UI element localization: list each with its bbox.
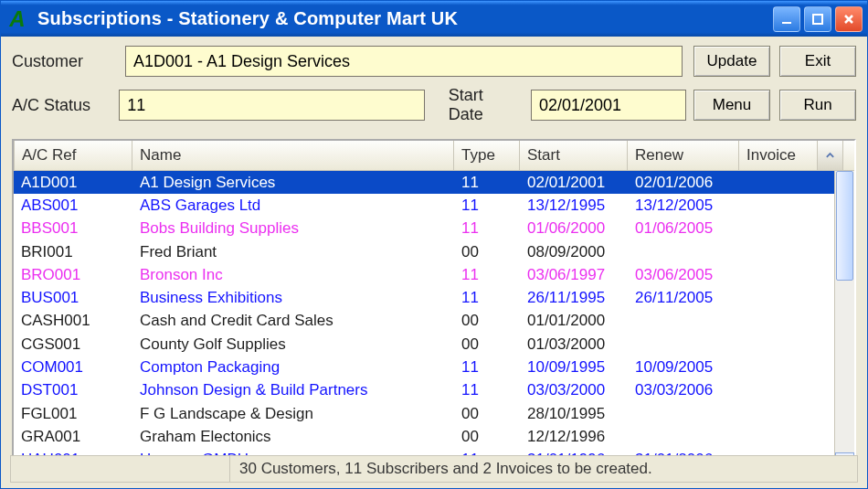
table-row[interactable]: ABS001ABS Garages Ltd1113/12/199513/12/2… <box>14 194 834 217</box>
cell-start: 03/06/1997 <box>520 266 628 284</box>
cell-name: Fred Briant <box>132 243 454 261</box>
table-row[interactable]: COM001Compton Packaging1110/09/199510/09… <box>14 356 834 378</box>
customer-label: Customer <box>12 52 118 71</box>
table-row[interactable]: BUS001Business Exhibitions1126/11/199526… <box>14 286 834 309</box>
grid-header: A/C Ref Name Type Start Renew Invoice <box>14 141 854 171</box>
col-header-renew[interactable]: Renew <box>628 141 739 170</box>
svg-rect-0 <box>782 22 791 24</box>
cell-type: 00 <box>454 243 520 261</box>
cell-ac: BRO001 <box>14 266 132 284</box>
table-row[interactable]: A1D001A1 Design Services1102/01/200102/0… <box>14 171 834 194</box>
cell-name: F G Landscape & Design <box>132 405 454 423</box>
table-row[interactable]: CASH001Cash and Credit Card Sales0001/01… <box>14 310 834 333</box>
grid-rows: A1D001A1 Design Services1102/01/200102/0… <box>14 171 834 473</box>
statusbar-left-pane <box>10 455 229 483</box>
cell-renew: 02/01/2006 <box>628 174 739 192</box>
cell-ac: FGL001 <box>14 405 132 423</box>
cell-ac: CASH001 <box>14 312 132 330</box>
cell-type: 00 <box>454 405 520 423</box>
cell-name: Johnson Design & Build Partners <box>132 381 454 399</box>
cell-ac: CGS001 <box>14 335 132 354</box>
exit-button[interactable]: Exit <box>779 46 856 77</box>
cell-start: 02/01/2001 <box>520 174 628 192</box>
cell-ac: BUS001 <box>14 289 132 307</box>
cell-renew: 03/06/2005 <box>628 266 739 284</box>
cell-name: ABS Garages Ltd <box>132 197 454 215</box>
cell-start: 08/09/2000 <box>520 243 628 261</box>
cell-type: 11 <box>454 266 520 284</box>
window-title: Subscriptions - Stationery & Computer Ma… <box>37 8 773 29</box>
cell-renew: 10/09/2005 <box>628 358 739 377</box>
cell-name: A1 Design Services <box>132 174 454 192</box>
update-button[interactable]: Update <box>693 46 770 77</box>
cell-name: Graham Electonics <box>132 428 454 446</box>
cell-start: 28/10/1995 <box>520 405 628 423</box>
app-icon: A <box>6 8 28 30</box>
cell-start: 13/12/1995 <box>520 197 628 215</box>
cell-start: 01/03/2000 <box>520 335 628 354</box>
cell-renew: 13/12/2005 <box>628 197 739 215</box>
cell-start: 03/03/2000 <box>520 381 628 399</box>
col-header-invoice[interactable]: Invoice <box>739 141 818 170</box>
cell-ac: DST001 <box>14 381 132 399</box>
cell-type: 11 <box>454 219 520 238</box>
cell-type: 11 <box>454 289 520 307</box>
cell-name: Bobs Building Supplies <box>132 219 454 238</box>
subscriptions-window: A Subscriptions - Stationery & Computer … <box>0 0 868 489</box>
ac-status-input[interactable] <box>119 90 424 121</box>
table-row[interactable]: BRO001Bronson Inc1103/06/199703/06/2005 <box>14 263 834 286</box>
col-header-ac-ref[interactable]: A/C Ref <box>14 141 132 170</box>
col-header-start[interactable]: Start <box>520 141 628 170</box>
cell-start: 01/06/2000 <box>520 219 628 238</box>
customer-input[interactable] <box>125 46 683 77</box>
col-header-type[interactable]: Type <box>454 141 520 170</box>
cell-start: 01/01/2000 <box>520 312 628 330</box>
window-controls <box>773 6 863 32</box>
cell-renew: 03/03/2006 <box>628 381 739 399</box>
cell-start: 10/09/1995 <box>520 358 628 377</box>
titlebar[interactable]: A Subscriptions - Stationery & Computer … <box>1 1 867 37</box>
cell-renew: 01/06/2005 <box>628 219 739 238</box>
maximize-button[interactable] <box>804 6 831 32</box>
cell-type: 00 <box>454 312 520 330</box>
close-button[interactable] <box>835 6 863 32</box>
cell-ac: GRA001 <box>14 428 132 446</box>
vertical-scrollbar[interactable] <box>834 171 854 473</box>
col-header-name[interactable]: Name <box>132 141 454 170</box>
svg-rect-1 <box>813 15 822 24</box>
cell-ac: ABS001 <box>14 197 132 215</box>
cell-type: 00 <box>454 428 520 446</box>
table-row[interactable]: FGL001F G Landscape & Design0028/10/1995 <box>14 402 834 425</box>
cell-name: County Golf Supplies <box>132 335 454 354</box>
cell-name: Bronson Inc <box>132 266 454 284</box>
table-row[interactable]: DST001Johnson Design & Build Partners110… <box>14 379 834 402</box>
cell-type: 11 <box>454 381 520 399</box>
minimize-button[interactable] <box>773 6 800 32</box>
scrollbar-header-spacer <box>818 141 843 170</box>
cell-type: 11 <box>454 358 520 377</box>
ac-status-label: A/C Status <box>12 96 111 115</box>
scrollbar-track[interactable] <box>835 171 854 452</box>
run-button[interactable]: Run <box>779 90 856 121</box>
cell-name: Business Exhibitions <box>132 289 454 307</box>
cell-type: 00 <box>454 335 520 354</box>
cell-ac: A1D001 <box>14 174 132 192</box>
cell-type: 11 <box>454 174 520 192</box>
table-row[interactable]: CGS001County Golf Supplies0001/03/2000 <box>14 333 834 356</box>
cell-ac: COM001 <box>14 358 132 377</box>
menu-button[interactable]: Menu <box>693 90 770 121</box>
scrollbar-thumb[interactable] <box>836 171 853 281</box>
form-area: Customer Update Exit A/C Status Start Da… <box>1 37 867 139</box>
start-date-label: Start Date <box>449 86 518 124</box>
table-row[interactable]: BRI001Fred Briant0008/09/2000 <box>14 240 834 263</box>
table-row[interactable]: BBS001Bobs Building Supplies1101/06/2000… <box>14 218 834 240</box>
chevron-up-icon <box>825 150 835 161</box>
cell-ac: BBS001 <box>14 219 132 238</box>
statusbar-message: 30 Customers, 11 Subscribers and 2 Invoi… <box>229 455 858 483</box>
table-row[interactable]: GRA001Graham Electonics0012/12/1996 <box>14 425 834 448</box>
statusbar: 30 Customers, 11 Subscribers and 2 Invoi… <box>10 455 858 483</box>
cell-name: Compton Packaging <box>132 358 454 377</box>
start-date-input[interactable] <box>531 90 686 121</box>
cell-type: 11 <box>454 197 520 215</box>
cell-renew: 26/11/2005 <box>628 289 739 307</box>
